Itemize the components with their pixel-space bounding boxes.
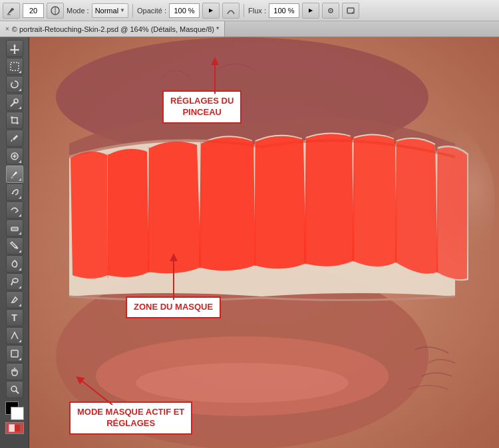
tab-bar: × © portrait-Retouching-Skin-2.psd @ 164… xyxy=(0,21,499,37)
mode-dropdown-arrow: ▼ xyxy=(120,7,125,13)
brush-tool-icon[interactable] xyxy=(3,3,20,19)
brush-size-input[interactable]: 20 xyxy=(23,3,44,18)
tool-shape[interactable] xyxy=(6,345,23,362)
svg-rect-24 xyxy=(15,424,21,432)
separator-2 xyxy=(244,4,244,17)
tab-close-button[interactable]: × xyxy=(5,25,9,33)
svg-rect-7 xyxy=(11,62,19,70)
mode-label: Mode : xyxy=(67,7,89,15)
background-color[interactable] xyxy=(11,407,24,420)
tool-healing[interactable] xyxy=(6,148,23,165)
tool-history-brush[interactable] xyxy=(6,201,23,219)
tool-blur[interactable] xyxy=(6,255,23,273)
svg-point-9 xyxy=(14,99,18,103)
flux-input[interactable]: 100 % xyxy=(269,3,299,18)
opacity-label: Opacité : xyxy=(137,7,166,15)
svg-line-18 xyxy=(11,282,13,285)
tool-clone-stamp[interactable] xyxy=(6,183,23,201)
svg-rect-20 xyxy=(11,350,18,357)
airbrush-icon[interactable] xyxy=(322,3,339,19)
brush-size-icon[interactable] xyxy=(47,3,64,19)
quick-mask-button[interactable] xyxy=(5,422,24,434)
tool-pen[interactable] xyxy=(6,291,23,308)
pressure-opacity-icon[interactable] xyxy=(222,3,240,19)
tool-lasso[interactable] xyxy=(6,76,23,93)
document-tab[interactable]: × © portrait-Retouching-Skin-2.psd @ 164… xyxy=(0,21,225,37)
tool-eraser[interactable] xyxy=(6,219,23,237)
svg-line-42 xyxy=(79,379,112,405)
callout-mask-mode: MODE MASQUE ACTIF ET RÉGLAGES xyxy=(69,401,192,435)
tool-marquee-rect[interactable] xyxy=(6,58,23,75)
callout-brush-settings: RÉGLAGES DU PINCEAU xyxy=(162,90,242,124)
callout-mask-zone: ZONE DU MASQUE xyxy=(126,296,221,318)
opacity-arrow-icon[interactable]: ▶ xyxy=(202,3,220,19)
callout-mask-mode-text2: RÉGLAGES xyxy=(77,418,184,429)
callout-mask-mode-box: MODE MASQUE ACTIF ET RÉGLAGES xyxy=(69,401,192,435)
tool-path-select[interactable] xyxy=(6,327,23,344)
canvas-area: RÉGLAGES DU PINCEAU ZONE DU MASQUE xyxy=(29,37,499,448)
tool-eyedropper[interactable] xyxy=(6,130,23,147)
tool-text[interactable]: T xyxy=(6,309,23,326)
tool-dodge[interactable] xyxy=(6,273,23,290)
mode-dropdown[interactable]: Normal ▼ xyxy=(92,3,128,18)
tool-brush[interactable] xyxy=(6,166,23,183)
top-toolbar: 20 Mode : Normal ▼ Opacité : 100 % ▶ Flu… xyxy=(0,0,499,21)
flux-label: Flux : xyxy=(248,7,266,15)
tool-zoom[interactable] xyxy=(6,381,23,398)
tool-paint-bucket[interactable] xyxy=(6,237,23,255)
callout-brush-settings-text1: RÉGLAGES DU xyxy=(170,96,234,107)
svg-line-10 xyxy=(11,140,12,142)
callout-mask-zone-text: ZONE DU MASQUE xyxy=(134,302,213,313)
tablet-icon[interactable] xyxy=(342,3,359,19)
callout-mask-mode-text1: MODE MASQUE ACTIF ET xyxy=(77,407,184,418)
separator-1 xyxy=(132,4,133,17)
svg-point-4 xyxy=(330,10,331,11)
mode-value: Normal xyxy=(95,7,118,15)
svg-point-17 xyxy=(13,279,18,282)
tool-move[interactable] xyxy=(6,40,23,57)
svg-rect-23 xyxy=(9,424,15,432)
foreground-background-color[interactable] xyxy=(5,401,24,420)
tool-hand[interactable] xyxy=(6,363,23,380)
svg-point-21 xyxy=(11,386,17,392)
main-area: T xyxy=(0,37,499,448)
flux-arrow-icon[interactable]: ▶ xyxy=(302,3,319,19)
tool-magic-wand[interactable] xyxy=(6,94,23,111)
callout-brush-settings-text2: PINCEAU xyxy=(170,107,234,118)
svg-point-14 xyxy=(11,177,13,179)
opacity-input[interactable]: 100 % xyxy=(169,3,200,18)
svg-line-22 xyxy=(16,391,19,393)
tool-crop[interactable] xyxy=(6,112,23,129)
svg-point-6 xyxy=(352,12,353,13)
callout-brush-settings-box: RÉGLAGES DU PINCEAU xyxy=(162,90,242,124)
tab-title: © portrait-Retouching-Skin-2.psd @ 164% … xyxy=(12,25,220,33)
svg-rect-0 xyxy=(7,14,11,15)
left-toolbar: T xyxy=(0,37,29,448)
